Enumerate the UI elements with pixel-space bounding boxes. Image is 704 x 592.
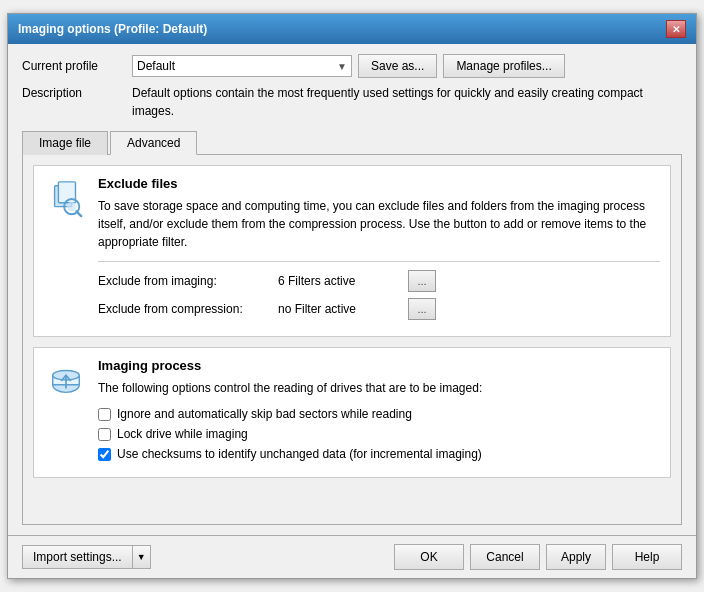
title-bar-buttons: ✕	[666, 20, 686, 38]
close-button[interactable]: ✕	[666, 20, 686, 38]
exclude-files-icon	[44, 176, 88, 326]
exclude-imaging-button[interactable]: ...	[408, 270, 436, 292]
exclude-compression-button[interactable]: ...	[408, 298, 436, 320]
ok-button[interactable]: OK	[394, 544, 464, 570]
exclude-files-section: Exclude files To save storage space and …	[33, 165, 671, 337]
exclude-imaging-label: Exclude from imaging:	[98, 274, 278, 288]
svg-line-4	[76, 211, 81, 216]
description-text: Default options contain the most frequen…	[132, 84, 682, 120]
option2-row: Lock drive while imaging	[98, 427, 660, 441]
option1-label: Ignore and automatically skip bad sector…	[117, 407, 412, 421]
exclude-compression-label: Exclude from compression:	[98, 302, 278, 316]
title-bar: Imaging options (Profile: Default) ✕	[8, 14, 696, 44]
exclude-imaging-row: Exclude from imaging: 6 Filters active .…	[98, 270, 660, 292]
exclude-files-desc: To save storage space and computing time…	[98, 197, 660, 251]
imaging-process-content: Imaging process The following options co…	[98, 358, 660, 467]
chevron-down-icon: ▼	[337, 61, 347, 72]
imaging-process-desc: The following options control the readin…	[98, 379, 660, 397]
option1-checkbox[interactable]	[98, 408, 111, 421]
profile-row: Current profile Default ▼ Save as... Man…	[22, 54, 682, 78]
exclude-imaging-status: 6 Filters active	[278, 274, 408, 288]
exclude-files-content: Exclude files To save storage space and …	[98, 176, 660, 326]
description-row: Description Default options contain the …	[22, 84, 682, 120]
profile-value: Default	[137, 59, 175, 73]
profile-select[interactable]: Default ▼	[132, 55, 352, 77]
manage-profiles-button[interactable]: Manage profiles...	[443, 54, 564, 78]
option3-checkbox[interactable]	[98, 448, 111, 461]
dialog-body: Current profile Default ▼ Save as... Man…	[8, 44, 696, 535]
import-settings-arrow[interactable]: ▼	[133, 545, 151, 569]
footer-left: Import settings... ▼	[22, 545, 151, 569]
option3-row: Use checksums to identify unchanged data…	[98, 447, 660, 461]
dialog-footer: Import settings... ▼ OK Cancel Apply Hel…	[8, 535, 696, 578]
import-settings-button[interactable]: Import settings...	[22, 545, 133, 569]
dialog-window: Imaging options (Profile: Default) ✕ Cur…	[7, 13, 697, 579]
dialog-title: Imaging options (Profile: Default)	[18, 22, 207, 36]
option2-label: Lock drive while imaging	[117, 427, 248, 441]
cancel-button[interactable]: Cancel	[470, 544, 540, 570]
tabs-bar: Image file Advanced	[22, 130, 682, 155]
exclude-files-title: Exclude files	[98, 176, 660, 191]
imaging-process-icon	[44, 358, 88, 467]
tab-image-file[interactable]: Image file	[22, 131, 108, 155]
exclude-compression-row: Exclude from compression: no Filter acti…	[98, 298, 660, 320]
save-as-button[interactable]: Save as...	[358, 54, 437, 78]
option2-checkbox[interactable]	[98, 428, 111, 441]
footer-right: OK Cancel Apply Help	[394, 544, 682, 570]
help-button[interactable]: Help	[612, 544, 682, 570]
imaging-process-section: Imaging process The following options co…	[33, 347, 671, 478]
tab-content-advanced: Exclude files To save storage space and …	[22, 155, 682, 525]
profile-label: Current profile	[22, 59, 132, 73]
svg-point-3	[67, 202, 77, 212]
tab-advanced[interactable]: Advanced	[110, 131, 197, 155]
apply-button[interactable]: Apply	[546, 544, 606, 570]
description-label: Description	[22, 84, 132, 100]
option3-label: Use checksums to identify unchanged data…	[117, 447, 482, 461]
imaging-process-title: Imaging process	[98, 358, 660, 373]
exclude-compression-status: no Filter active	[278, 302, 408, 316]
option1-row: Ignore and automatically skip bad sector…	[98, 407, 660, 421]
